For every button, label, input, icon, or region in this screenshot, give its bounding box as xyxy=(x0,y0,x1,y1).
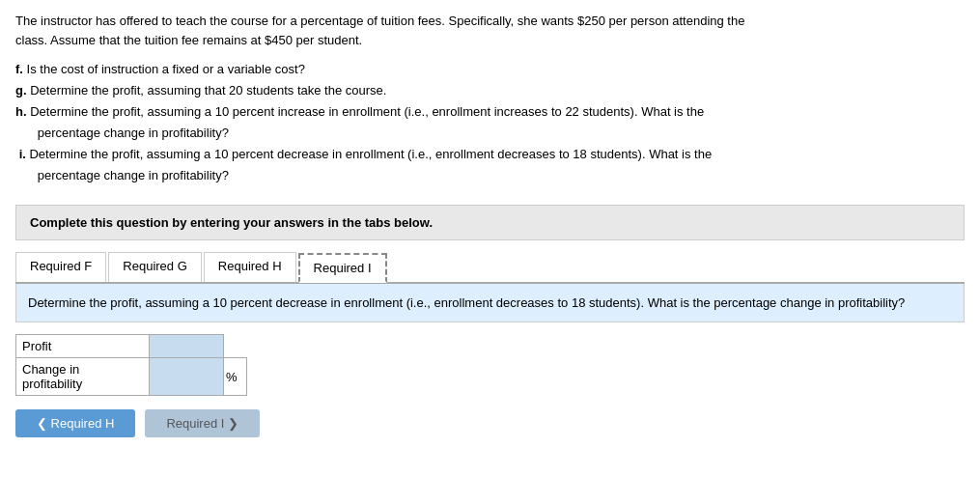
profit-input[interactable] xyxy=(155,339,218,353)
percent-unit: % xyxy=(224,358,247,396)
profit-input-cell[interactable] xyxy=(149,335,224,358)
tab-required-f[interactable]: Required F xyxy=(15,252,106,282)
change-input[interactable] xyxy=(155,370,218,384)
question-g: g. Determine the profit, assuming that 2… xyxy=(15,80,965,101)
complete-instruction: Complete this question by entering your … xyxy=(30,215,433,230)
prev-button[interactable]: ❮ Required H xyxy=(15,409,135,437)
tab-required-g[interactable]: Required G xyxy=(108,252,201,282)
next-button[interactable]: Required I ❯ xyxy=(145,409,260,437)
profit-table: Profit Change in profitability % xyxy=(15,334,247,396)
tab-required-h[interactable]: Required H xyxy=(204,252,296,282)
question-h: h. Determine the profit, assuming a 10 p… xyxy=(15,101,965,144)
tab-required-i[interactable]: Required I xyxy=(298,253,387,283)
table-row-profit: Profit xyxy=(16,335,247,358)
questions-section: f. Is the cost of instruction a fixed or… xyxy=(15,59,965,187)
change-input-cell[interactable] xyxy=(149,358,224,396)
question-i: i. Determine the profit, assuming a 10 p… xyxy=(15,144,965,186)
complete-box: Complete this question by entering your … xyxy=(15,205,965,240)
intro-text: The instructor has offered to teach the … xyxy=(15,12,965,49)
question-f: f. Is the cost of instruction a fixed or… xyxy=(15,59,965,80)
intro-paragraph: The instructor has offered to teach the … xyxy=(15,12,965,49)
tab-description: Determine the profit, assuming a 10 perc… xyxy=(28,295,905,310)
navigation-buttons: ❮ Required H Required I ❯ xyxy=(15,409,965,437)
profit-label: Profit xyxy=(16,335,150,358)
change-label: Change in profitability xyxy=(16,358,150,396)
tabs-row: Required F Required G Required H Require… xyxy=(15,252,965,284)
tab-content-area: Determine the profit, assuming a 10 perc… xyxy=(15,284,965,323)
table-row-change: Change in profitability % xyxy=(16,358,247,396)
